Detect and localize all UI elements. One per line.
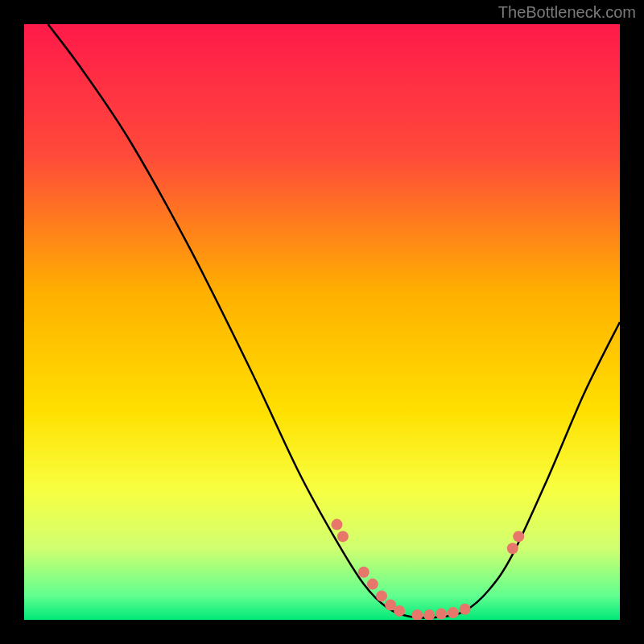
chart-scatter-points xyxy=(24,24,620,620)
data-point xyxy=(332,519,343,530)
data-point xyxy=(423,609,435,620)
data-point xyxy=(436,609,447,620)
chart-container xyxy=(24,24,620,620)
data-point xyxy=(460,604,471,615)
data-point xyxy=(376,590,387,601)
data-point xyxy=(411,609,423,620)
data-point xyxy=(394,605,405,617)
data-point xyxy=(448,607,459,618)
data-point xyxy=(367,579,378,590)
data-point xyxy=(358,567,369,578)
data-point xyxy=(337,530,349,542)
data-point xyxy=(513,530,524,542)
attribution-text: TheBottleneck.com xyxy=(498,3,636,22)
data-point xyxy=(507,543,518,554)
